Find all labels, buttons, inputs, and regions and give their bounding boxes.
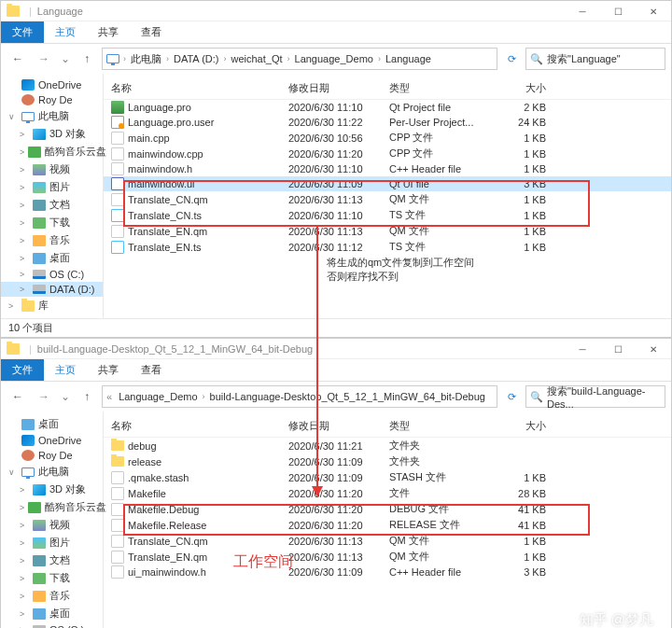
forward-button[interactable]: →: [33, 48, 55, 70]
col-name[interactable]: 名称: [111, 417, 288, 435]
sidebar-item[interactable]: ∨此电脑: [1, 463, 103, 481]
sidebar-item[interactable]: >桌面: [1, 249, 103, 267]
sidebar-item[interactable]: ∨此电脑: [1, 107, 103, 125]
sidebar-item[interactable]: >图片: [1, 178, 103, 196]
column-headers[interactable]: 名称 修改日期 类型 大小: [104, 415, 671, 438]
ribbon-tab-file[interactable]: 文件: [1, 21, 44, 43]
sidebar-item[interactable]: OneDrive: [1, 433, 103, 448]
path-seg[interactable]: DATA (D:): [171, 53, 221, 64]
file-row[interactable]: mainwindow.ui2020/6/30 11:09Qt UI file3 …: [104, 176, 671, 191]
refresh-button[interactable]: ⟳: [501, 391, 522, 403]
close-button[interactable]: ✕: [636, 339, 671, 359]
expand-icon[interactable]: >: [20, 592, 29, 601]
expand-icon[interactable]: >: [20, 165, 29, 174]
minimize-button[interactable]: ─: [565, 1, 600, 21]
col-date[interactable]: 修改日期: [288, 79, 389, 97]
expand-icon[interactable]: >: [20, 285, 29, 294]
back-button[interactable]: ←: [7, 48, 29, 70]
path-seg[interactable]: Language_Demo: [116, 391, 200, 402]
file-row[interactable]: mainwindow.cpp2020/6/30 11:20CPP 文件1 KB: [104, 146, 671, 161]
file-row[interactable]: release2020/6/30 11:09文件夹: [104, 454, 671, 469]
sidebar-item[interactable]: >OS (C:): [1, 622, 103, 628]
recent-button[interactable]: ⌄: [59, 385, 72, 408]
sidebar-item[interactable]: >3D 对象: [1, 125, 103, 143]
sidebar-item[interactable]: >下载: [1, 569, 103, 587]
expand-icon[interactable]: >: [20, 270, 29, 279]
file-row[interactable]: Translate_EN.qm2020/6/30 11:13QM 文件1 KB: [104, 223, 671, 239]
col-size[interactable]: 大小: [490, 417, 546, 435]
expand-icon[interactable]: >: [20, 503, 24, 512]
file-row[interactable]: debug2020/6/30 11:21文件夹: [104, 438, 671, 454]
expand-icon[interactable]: >: [20, 147, 24, 157]
col-size[interactable]: 大小: [490, 79, 546, 97]
sidebar-item[interactable]: >视频: [1, 160, 103, 178]
refresh-button[interactable]: ⟳: [501, 53, 522, 65]
file-row[interactable]: ui_mainwindow.h2020/6/30 11:09C++ Header…: [104, 565, 671, 579]
sidebar-item[interactable]: >视频: [1, 516, 103, 534]
sidebar-item[interactable]: >酷狗音乐云盘: [1, 143, 103, 160]
sidebar-item[interactable]: >DATA (D:): [1, 282, 103, 297]
expand-icon[interactable]: >: [20, 538, 29, 548]
sidebar-item[interactable]: Roy De: [1, 448, 103, 463]
overflow-icon[interactable]: «: [106, 391, 112, 402]
file-row[interactable]: mainwindow.h2020/6/30 11:10C++ Header fi…: [104, 161, 671, 176]
file-row[interactable]: Language.pro.user2020/6/30 11:22Per-User…: [104, 115, 671, 130]
expand-icon[interactable]: >: [20, 521, 29, 530]
sidebar-item[interactable]: >3D 对象: [1, 481, 103, 498]
ribbon-tab-home[interactable]: 主页: [44, 21, 87, 43]
file-row[interactable]: Makefile.Release2020/6/30 11:20RELEASE 文…: [104, 517, 671, 533]
up-button[interactable]: ↑: [76, 48, 98, 70]
sidebar-item[interactable]: >文档: [1, 551, 103, 569]
ribbon-tab-share[interactable]: 共享: [87, 21, 130, 43]
col-date[interactable]: 修改日期: [288, 417, 389, 435]
address-path[interactable]: › 此电脑 › DATA (D:) › weichat_Qt › Languag…: [102, 48, 497, 70]
ribbon-tab-view[interactable]: 查看: [130, 21, 173, 43]
expand-icon[interactable]: >: [20, 201, 29, 210]
file-row[interactable]: Translate_EN.qm2020/6/30 11:13QM 文件1 KB: [104, 549, 671, 565]
expand-icon[interactable]: >: [20, 183, 29, 192]
search-input[interactable]: 🔍 搜索"Language": [525, 48, 665, 70]
file-row[interactable]: Translate_CN.ts2020/6/30 11:10TS 文件1 KB: [104, 207, 671, 223]
expand-icon[interactable]: ∨: [8, 112, 18, 121]
file-row[interactable]: Translate_CN.qm2020/6/30 11:13QM 文件1 KB: [104, 191, 671, 207]
col-type[interactable]: 类型: [389, 417, 490, 435]
expand-icon[interactable]: >: [20, 485, 29, 495]
path-seg[interactable]: Language: [383, 53, 434, 64]
expand-icon[interactable]: >: [8, 301, 18, 311]
titlebar[interactable]: | build-Language-Desktop_Qt_5_12_1_MinGW…: [1, 339, 671, 359]
sidebar-item[interactable]: >音乐: [1, 587, 103, 605]
sidebar-item[interactable]: Roy De: [1, 92, 103, 107]
maximize-button[interactable]: ☐: [600, 339, 636, 359]
search-input[interactable]: 🔍 搜索"build-Language-Des...: [525, 385, 665, 408]
col-type[interactable]: 类型: [389, 79, 490, 97]
file-row[interactable]: Makefile2020/6/30 11:20文件28 KB: [104, 485, 671, 501]
sidebar-item[interactable]: >库: [1, 297, 103, 314]
file-row[interactable]: Language.pro2020/6/30 11:10Qt Project fi…: [104, 100, 671, 115]
sidebar-item[interactable]: 桌面: [1, 415, 103, 433]
titlebar[interactable]: | Language ─ ☐ ✕: [1, 1, 671, 21]
forward-button[interactable]: →: [33, 385, 55, 408]
column-headers[interactable]: 名称 修改日期 类型 大小: [104, 77, 671, 100]
expand-icon[interactable]: ∨: [8, 468, 18, 477]
ribbon-tab-view[interactable]: 查看: [130, 359, 173, 381]
up-button[interactable]: ↑: [76, 385, 98, 408]
expand-icon[interactable]: >: [20, 574, 29, 583]
back-button[interactable]: ←: [7, 385, 29, 408]
sidebar-item[interactable]: >下载: [1, 214, 103, 231]
sidebar-item[interactable]: >文档: [1, 196, 103, 214]
close-button[interactable]: ✕: [636, 1, 671, 21]
expand-icon[interactable]: >: [20, 556, 29, 565]
maximize-button[interactable]: ☐: [600, 1, 636, 21]
path-seg[interactable]: Language_Demo: [292, 53, 376, 64]
path-seg[interactable]: build-Language-Desktop_Qt_5_12_1_MinGW_6…: [207, 391, 488, 402]
expand-icon[interactable]: >: [20, 236, 29, 245]
address-path[interactable]: « Language_Demo › build-Language-Desktop…: [102, 385, 497, 408]
sidebar-item[interactable]: >OS (C:): [1, 267, 103, 282]
sidebar-item[interactable]: OneDrive: [1, 77, 103, 92]
sidebar-item[interactable]: >桌面: [1, 605, 103, 622]
col-name[interactable]: 名称: [111, 79, 288, 97]
sidebar-item[interactable]: >酷狗音乐云盘: [1, 498, 103, 516]
sidebar-item[interactable]: >音乐: [1, 231, 103, 249]
ribbon-tab-file[interactable]: 文件: [1, 359, 44, 381]
file-row[interactable]: .qmake.stash2020/6/30 11:09STASH 文件1 KB: [104, 469, 671, 485]
